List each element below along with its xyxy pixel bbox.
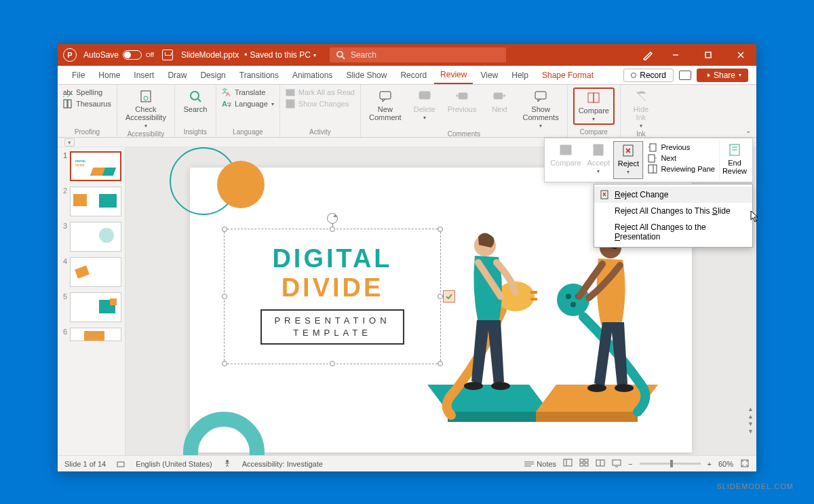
reject-slide-label: Reject All Changes to This Slide [615, 206, 731, 216]
slideshow-view-icon[interactable] [612, 459, 621, 469]
group-language: 文ATranslate A字Language▾ Language [216, 85, 280, 137]
scroll-down2-icon[interactable]: ▼ [748, 429, 754, 435]
tab-file[interactable]: File [66, 66, 91, 84]
tab-draw[interactable]: Draw [161, 66, 193, 84]
share-label: Share [714, 71, 735, 80]
svg-text:字: 字 [227, 102, 231, 107]
resize-handle[interactable] [222, 361, 227, 366]
tab-home[interactable]: Home [92, 66, 126, 84]
resize-handle[interactable] [330, 361, 335, 366]
group-proofing: abcSpelling Thesaurus Proofing [58, 85, 117, 137]
reject-presentation-item[interactable]: Reject All Changes to the Presentation [594, 219, 752, 245]
slide-counter[interactable]: Slide 1 of 14 [64, 460, 106, 468]
collapse-ribbon-icon[interactable]: ⌄ [745, 127, 751, 134]
thumbnail-1[interactable]: DIGITAL DIVIDE [70, 151, 121, 181]
group-label-activity: Activity [309, 128, 331, 136]
thumbnail-4[interactable] [70, 257, 121, 287]
sub-next-button[interactable]: Next [648, 153, 715, 163]
autosave-toggle[interactable]: AutoSave Off [83, 50, 154, 60]
qat-customize-icon[interactable]: ▾ [64, 138, 75, 147]
resize-handle[interactable] [222, 227, 227, 232]
previous-comment-button: Previous [445, 88, 480, 115]
svg-rect-24 [494, 93, 503, 99]
file-name[interactable]: SlideModel.pptx [181, 50, 239, 60]
selected-textbox[interactable]: DIGITAL DIVIDE PRESENTATION TEMPLATE [224, 229, 441, 364]
save-status[interactable]: Saved to this PC [250, 50, 310, 60]
tab-insert[interactable]: Insert [128, 66, 160, 84]
save-status-chevron-icon[interactable]: ▾ [313, 52, 316, 58]
tab-animations[interactable]: Animations [286, 66, 338, 84]
svg-rect-34 [650, 144, 656, 151]
svg-point-53 [491, 382, 510, 390]
language-button[interactable]: A字Language▾ [222, 99, 274, 109]
svg-text:A: A [226, 91, 230, 97]
end-review-button[interactable]: End Review [719, 141, 750, 179]
share-button[interactable]: Share ▾ [697, 69, 748, 82]
zoom-slider[interactable] [640, 463, 701, 465]
save-icon[interactable] [162, 50, 173, 60]
autosave-label: AutoSave [83, 50, 119, 60]
search-insights-button[interactable]: Search [180, 88, 210, 115]
close-button[interactable] [731, 45, 751, 65]
thumbnail-3[interactable] [70, 222, 121, 252]
maximize-button[interactable] [698, 45, 718, 65]
minimize-button[interactable] [665, 45, 686, 65]
tab-view[interactable]: View [474, 66, 504, 84]
search-box[interactable]: Search [330, 47, 506, 62]
prev-comment-icon [454, 89, 469, 104]
tab-slideshow[interactable]: Slide Show [340, 66, 393, 84]
comments-icon[interactable] [679, 71, 691, 80]
scroll-up-icon[interactable]: ▲ [748, 406, 754, 412]
check-accessibility-button[interactable]: Check Accessibility ▾ [123, 88, 169, 130]
accessibility-status[interactable]: Accessibility: Investigate [242, 460, 323, 468]
record-button[interactable]: Record [623, 69, 674, 82]
zoom-out-icon[interactable]: − [628, 460, 632, 468]
language-status[interactable]: English (United States) [136, 460, 212, 468]
tab-help[interactable]: Help [505, 66, 535, 84]
compare-button-highlighted[interactable]: Compare▾ [573, 88, 615, 125]
svg-point-50 [570, 302, 576, 307]
thesaurus-button[interactable]: Thesaurus [63, 99, 111, 109]
sub-reject-button[interactable]: Reject▾ [613, 141, 643, 179]
reject-slide-item[interactable]: Reject All Changes to This Slide [594, 203, 752, 219]
translate-button[interactable]: 文ATranslate [222, 88, 265, 97]
thumbnail-5[interactable] [70, 292, 121, 322]
show-changes-activity-button: Show Changes [286, 99, 349, 109]
spelling-button[interactable]: abcSpelling [63, 88, 102, 97]
tab-design[interactable]: Design [194, 66, 231, 84]
tab-transitions[interactable]: Transitions [233, 66, 285, 84]
pen-icon[interactable] [642, 50, 653, 60]
slide-scroll-nav[interactable]: ▲ ▲ ▼ ▼ [748, 406, 754, 435]
sorter-view-icon[interactable] [579, 459, 589, 469]
group-label-accessibility: Accessibility [128, 130, 164, 138]
new-comment-button[interactable]: New Comment [366, 88, 404, 123]
tab-record[interactable]: Record [394, 66, 433, 84]
show-comments-button[interactable]: Show Comments▾ [520, 88, 561, 130]
reading-view-icon[interactable] [596, 459, 605, 469]
zoom-in-icon[interactable]: + [708, 460, 712, 468]
resize-handle[interactable] [222, 294, 227, 299]
tab-review[interactable]: Review [434, 66, 473, 84]
scroll-down-icon[interactable]: ▼ [748, 421, 754, 427]
notes-toggle[interactable]: Notes [524, 460, 556, 468]
zoom-level[interactable]: 60% [718, 460, 733, 468]
normal-view-icon[interactable] [563, 459, 573, 469]
svg-rect-65 [585, 459, 588, 462]
group-label-language: Language [233, 128, 263, 136]
hide-ink-button: Hide Ink▾ [626, 88, 656, 130]
sub-previous-button[interactable]: Previous [648, 142, 715, 152]
tab-shape-format[interactable]: Shape Format [536, 66, 600, 84]
scroll-up2-icon[interactable]: ▲ [748, 414, 754, 420]
svg-rect-19 [380, 92, 391, 99]
thumbnail-6[interactable] [70, 328, 121, 341]
rotate-handle-icon[interactable] [327, 213, 338, 224]
resize-handle[interactable] [330, 227, 335, 232]
svg-rect-28 [560, 145, 566, 155]
thumbnail-panel[interactable]: 1 DIGITAL DIVIDE 2 3 4 [58, 147, 125, 455]
fit-view-icon[interactable] [740, 459, 750, 469]
reject-change-item[interactable]: Reject Change [594, 187, 752, 203]
reviewing-pane-button[interactable]: Reviewing Pane [648, 164, 715, 174]
svg-rect-70 [613, 460, 621, 465]
thumbnail-2[interactable] [70, 187, 121, 216]
hide-ink-icon [634, 89, 648, 104]
